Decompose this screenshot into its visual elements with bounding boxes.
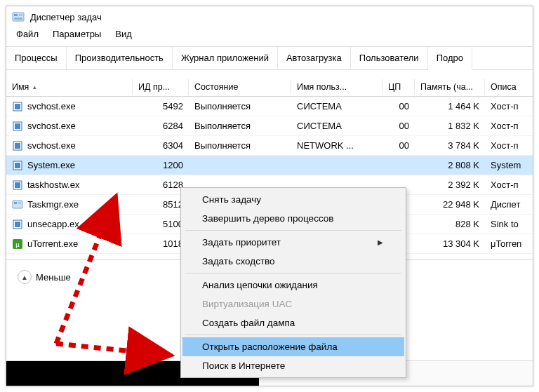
process-icon	[12, 160, 23, 171]
cell-desc: μTorren	[485, 236, 533, 252]
cell-memory: 2 392 K	[415, 177, 485, 193]
cell-pid: 6284	[133, 118, 189, 134]
cell-name: svchost.exe	[6, 118, 133, 135]
process-name-text: Taskmgr.exe	[27, 199, 79, 210]
menu-view[interactable]: Вид	[108, 26, 139, 42]
cell-cpu: 00	[382, 118, 415, 134]
cell-pid: 6304	[133, 137, 189, 154]
cell-cpu	[382, 163, 415, 168]
col-user[interactable]: Имя польз...	[291, 79, 382, 95]
tab-performance[interactable]: Производительность	[67, 47, 173, 69]
cell-cpu: 00	[382, 137, 415, 154]
cell-name: svchost.exe	[6, 98, 133, 115]
tab-users[interactable]: Пользователи	[351, 47, 428, 69]
table-row[interactable]: svchost.exe5492ВыполняетсяСИСТЕМА001 464…	[6, 97, 533, 116]
ctx-uac-virtualization: Виртуализация UAC	[182, 295, 404, 313]
ctx-set-affinity[interactable]: Задать сходство	[182, 252, 404, 271]
process-icon	[12, 121, 23, 132]
cell-memory: 3 784 K	[415, 137, 485, 154]
cell-memory: 22 948 K	[415, 196, 485, 212]
cell-cpu: 00	[382, 98, 415, 114]
ctx-separator	[185, 334, 401, 335]
menu-options[interactable]: Параметры	[46, 26, 108, 42]
table-row[interactable]: System.exe12002 808 KSystem	[6, 156, 533, 175]
menu-file[interactable]: Файл	[9, 26, 46, 42]
chevron-up-icon: ▲	[18, 270, 32, 284]
cell-memory: 1 832 K	[415, 118, 485, 134]
process-icon	[12, 101, 23, 112]
cell-pid: 1200	[133, 157, 189, 173]
svg-rect-14	[13, 201, 22, 208]
tab-app-history[interactable]: Журнал приложений	[173, 47, 278, 69]
col-cpu[interactable]: ЦП	[382, 79, 415, 95]
process-icon	[12, 140, 23, 151]
col-name[interactable]: Имя▴	[6, 79, 133, 95]
cell-memory: 13 304 K	[415, 236, 485, 252]
svg-rect-3	[14, 18, 22, 20]
window-title: Диспетчер задач	[30, 12, 102, 22]
chevron-right-icon: ▶	[378, 238, 383, 246]
cell-name: unsecapp.ex	[6, 216, 133, 233]
svg-rect-18	[15, 222, 20, 227]
tab-details[interactable]: Подро	[428, 47, 472, 70]
col-pid[interactable]: ИД пр...	[133, 79, 189, 95]
title-bar: Диспетчер задач	[6, 6, 533, 26]
svg-rect-2	[19, 14, 22, 16]
svg-rect-11	[15, 163, 20, 168]
process-name-text: svchost.exe	[27, 121, 76, 131]
process-name-text: svchost.exe	[27, 101, 76, 111]
cell-pid: 5492	[133, 98, 189, 114]
cell-name: svchost.exe	[6, 137, 133, 154]
cell-name: μuTorrent.exe	[6, 236, 133, 252]
ctx-end-tree[interactable]: Завершить дерево процессов	[182, 209, 404, 228]
task-manager-icon	[12, 11, 25, 23]
table-row[interactable]: svchost.exe6284ВыполняетсяСИСТЕМА001 832…	[6, 116, 533, 136]
ctx-analyze-wait[interactable]: Анализ цепочки ожидания	[182, 276, 404, 295]
fewer-details-label: Меньше	[36, 272, 71, 283]
ctx-end-task[interactable]: Снять задачу	[182, 190, 404, 209]
cell-memory: 828 K	[415, 216, 485, 232]
svg-rect-9	[15, 143, 20, 149]
cell-user	[291, 163, 382, 168]
svg-rect-16	[18, 202, 21, 204]
svg-rect-0	[13, 13, 24, 21]
svg-rect-1	[14, 14, 18, 16]
cell-desc: Диспет	[485, 196, 533, 212]
cell-user: СИСТЕМА	[291, 98, 382, 114]
cell-status: Выполняется	[189, 98, 291, 114]
cell-name: Taskmgr.exe	[6, 196, 133, 213]
svg-rect-5	[15, 104, 20, 109]
cell-name: taskhostw.ex	[6, 177, 133, 194]
cell-desc: Хост-п	[485, 118, 533, 134]
tab-startup[interactable]: Автозагрузка	[278, 47, 351, 69]
cell-desc: Хост-п	[485, 98, 533, 114]
cell-name: System.exe	[6, 157, 133, 174]
process-icon	[12, 199, 23, 210]
table-row[interactable]: svchost.exe6304ВыполняетсяNETWORK ...003…	[6, 136, 533, 156]
process-name-text: System.exe	[27, 160, 75, 170]
col-status[interactable]: Состояние	[189, 79, 291, 95]
sort-asc-icon: ▴	[33, 83, 36, 90]
ctx-set-priority[interactable]: Задать приоритет▶	[182, 233, 404, 252]
process-icon: μ	[12, 238, 23, 250]
cell-desc: Хост-п	[485, 177, 533, 193]
fewer-details-button[interactable]: ▲ Меньше	[12, 267, 76, 287]
cell-desc: Sink to	[485, 216, 533, 232]
col-desc[interactable]: Описа	[485, 79, 533, 95]
process-name-text: taskhostw.ex	[27, 180, 79, 190]
ctx-search-online[interactable]: Поиск в Интернете	[182, 356, 404, 375]
tab-processes[interactable]: Процессы	[6, 47, 67, 69]
col-memory[interactable]: Память (ча...	[415, 79, 485, 95]
svg-rect-7	[15, 123, 20, 129]
task-manager-window: Диспетчер задач Файл Параметры Вид Проце…	[6, 6, 533, 386]
process-name-text: uTorrent.exe	[27, 238, 78, 249]
cell-user: NETWORK ...	[291, 137, 382, 154]
cell-memory: 2 808 K	[415, 157, 485, 173]
cell-status	[189, 163, 291, 168]
cell-status: Выполняется	[189, 118, 291, 134]
ctx-create-dump[interactable]: Создать файл дампа	[182, 313, 404, 332]
menu-bar: Файл Параметры Вид	[6, 26, 533, 46]
column-headers: Имя▴ ИД пр... Состояние Имя польз... ЦП …	[6, 77, 533, 97]
svg-rect-13	[15, 182, 20, 188]
ctx-open-file-location[interactable]: Открыть расположение файла	[182, 337, 404, 356]
